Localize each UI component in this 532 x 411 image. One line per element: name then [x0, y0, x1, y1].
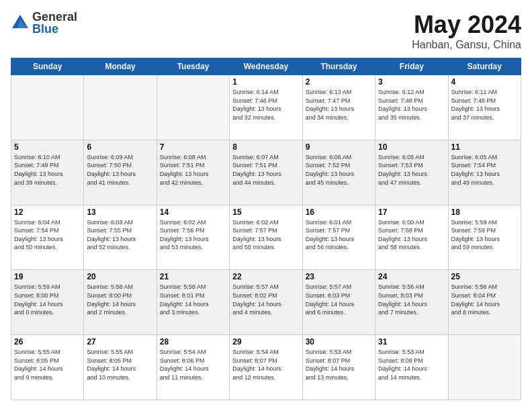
- day-number: 23: [306, 272, 372, 281]
- day-info: Sunrise: 5:55 AM Sunset: 8:05 PM Dayligh…: [87, 348, 153, 381]
- calendar-week-5: 26Sunrise: 5:55 AM Sunset: 8:05 PM Dayli…: [11, 335, 521, 400]
- calendar-cell: 13Sunrise: 6:03 AM Sunset: 7:55 PM Dayli…: [84, 205, 157, 270]
- title-block: May 2024 Hanban, Gansu, China: [412, 11, 521, 51]
- day-info: Sunrise: 6:07 AM Sunset: 7:51 PM Dayligh…: [232, 153, 299, 187]
- day-info: Sunrise: 6:12 AM Sunset: 7:48 PM Dayligh…: [378, 88, 445, 122]
- day-info: Sunrise: 6:06 AM Sunset: 7:52 PM Dayligh…: [306, 153, 372, 187]
- day-number: 30: [306, 337, 372, 347]
- calendar-cell: [448, 335, 521, 400]
- calendar-cell: 8Sunrise: 6:07 AM Sunset: 7:51 PM Daylig…: [230, 140, 302, 205]
- logo-text: General Blue: [32, 11, 77, 35]
- calendar-cell: [11, 75, 84, 140]
- calendar-body: 1Sunrise: 6:14 AM Sunset: 7:46 PM Daylig…: [11, 75, 521, 400]
- calendar-cell: 23Sunrise: 5:57 AM Sunset: 8:03 PM Dayli…: [302, 270, 375, 335]
- header: General Blue May 2024 Hanban, Gansu, Chi…: [11, 11, 521, 51]
- day-info: Sunrise: 6:14 AM Sunset: 7:46 PM Dayligh…: [232, 88, 299, 122]
- day-number: 26: [14, 337, 81, 347]
- day-info: Sunrise: 6:10 AM Sunset: 7:49 PM Dayligh…: [14, 153, 81, 187]
- day-info: Sunrise: 5:56 AM Sunset: 8:04 PM Dayligh…: [451, 283, 518, 316]
- weekday-tuesday: Tuesday: [157, 58, 229, 75]
- day-number: 11: [451, 142, 518, 152]
- day-number: 12: [14, 208, 81, 217]
- logo: General Blue: [11, 11, 77, 35]
- calendar: SundayMondayTuesdayWednesdayThursdayFrid…: [11, 58, 521, 400]
- calendar-week-2: 5Sunrise: 6:10 AM Sunset: 7:49 PM Daylig…: [11, 140, 521, 205]
- calendar-cell: 31Sunrise: 5:53 AM Sunset: 8:08 PM Dayli…: [375, 335, 448, 400]
- calendar-cell: 12Sunrise: 6:04 AM Sunset: 7:54 PM Dayli…: [11, 205, 84, 270]
- day-number: 10: [378, 142, 445, 152]
- day-info: Sunrise: 6:05 AM Sunset: 7:53 PM Dayligh…: [378, 153, 445, 187]
- day-info: Sunrise: 5:53 AM Sunset: 8:08 PM Dayligh…: [378, 348, 445, 381]
- weekday-sunday: Sunday: [11, 58, 84, 75]
- logo-blue: Blue: [32, 23, 77, 35]
- day-number: 19: [14, 272, 81, 281]
- day-number: 20: [87, 272, 153, 281]
- day-info: Sunrise: 6:09 AM Sunset: 7:50 PM Dayligh…: [87, 153, 153, 187]
- calendar-cell: 4Sunrise: 6:11 AM Sunset: 7:48 PM Daylig…: [448, 75, 521, 140]
- day-number: 4: [451, 77, 518, 87]
- day-info: Sunrise: 5:58 AM Sunset: 8:01 PM Dayligh…: [160, 283, 226, 316]
- logo-icon: [11, 13, 30, 32]
- calendar-cell: 20Sunrise: 5:58 AM Sunset: 8:00 PM Dayli…: [84, 270, 157, 335]
- calendar-cell: [84, 75, 157, 140]
- day-number: 27: [87, 337, 153, 347]
- calendar-cell: 28Sunrise: 5:54 AM Sunset: 8:06 PM Dayli…: [157, 335, 229, 400]
- day-info: Sunrise: 5:54 AM Sunset: 8:07 PM Dayligh…: [232, 348, 299, 381]
- day-number: 28: [160, 337, 226, 347]
- day-info: Sunrise: 6:11 AM Sunset: 7:48 PM Dayligh…: [451, 88, 518, 122]
- day-number: 8: [232, 142, 299, 152]
- day-number: 3: [378, 77, 445, 87]
- day-number: 6: [87, 142, 153, 152]
- calendar-cell: 10Sunrise: 6:05 AM Sunset: 7:53 PM Dayli…: [375, 140, 448, 205]
- calendar-cell: 9Sunrise: 6:06 AM Sunset: 7:52 PM Daylig…: [302, 140, 375, 205]
- day-info: Sunrise: 5:59 AM Sunset: 8:00 PM Dayligh…: [14, 283, 81, 316]
- day-number: 13: [87, 208, 153, 217]
- calendar-cell: 29Sunrise: 5:54 AM Sunset: 8:07 PM Dayli…: [230, 335, 302, 400]
- day-number: 1: [232, 77, 299, 87]
- day-number: 5: [14, 142, 81, 152]
- calendar-cell: 26Sunrise: 5:55 AM Sunset: 8:05 PM Dayli…: [11, 335, 84, 400]
- day-number: 21: [160, 272, 226, 281]
- calendar-week-4: 19Sunrise: 5:59 AM Sunset: 8:00 PM Dayli…: [11, 270, 521, 335]
- calendar-cell: 2Sunrise: 6:13 AM Sunset: 7:47 PM Daylig…: [302, 75, 375, 140]
- day-number: 9: [306, 142, 372, 152]
- day-info: Sunrise: 5:55 AM Sunset: 8:05 PM Dayligh…: [14, 348, 81, 381]
- day-number: 18: [451, 208, 518, 217]
- calendar-week-1: 1Sunrise: 6:14 AM Sunset: 7:46 PM Daylig…: [11, 75, 521, 140]
- calendar-cell: [157, 75, 229, 140]
- calendar-cell: 17Sunrise: 6:00 AM Sunset: 7:58 PM Dayli…: [375, 205, 448, 270]
- page: General Blue May 2024 Hanban, Gansu, Chi…: [0, 0, 532, 411]
- day-info: Sunrise: 5:54 AM Sunset: 8:06 PM Dayligh…: [160, 348, 226, 381]
- calendar-cell: 16Sunrise: 6:01 AM Sunset: 7:57 PM Dayli…: [302, 205, 375, 270]
- day-number: 2: [306, 77, 372, 87]
- weekday-monday: Monday: [84, 58, 157, 75]
- weekday-friday: Friday: [375, 58, 448, 75]
- day-number: 17: [378, 208, 445, 217]
- calendar-cell: 3Sunrise: 6:12 AM Sunset: 7:48 PM Daylig…: [375, 75, 448, 140]
- day-info: Sunrise: 6:02 AM Sunset: 7:56 PM Dayligh…: [160, 218, 226, 252]
- calendar-cell: 11Sunrise: 6:05 AM Sunset: 7:54 PM Dayli…: [448, 140, 521, 205]
- day-info: Sunrise: 5:59 AM Sunset: 7:59 PM Dayligh…: [451, 218, 518, 252]
- day-info: Sunrise: 6:00 AM Sunset: 7:58 PM Dayligh…: [378, 218, 445, 252]
- calendar-cell: 22Sunrise: 5:57 AM Sunset: 8:02 PM Dayli…: [230, 270, 302, 335]
- calendar-cell: 6Sunrise: 6:09 AM Sunset: 7:50 PM Daylig…: [84, 140, 157, 205]
- day-info: Sunrise: 5:53 AM Sunset: 8:07 PM Dayligh…: [306, 348, 372, 381]
- weekday-thursday: Thursday: [302, 58, 375, 75]
- day-number: 14: [160, 208, 226, 217]
- day-info: Sunrise: 6:01 AM Sunset: 7:57 PM Dayligh…: [306, 218, 372, 252]
- day-info: Sunrise: 6:13 AM Sunset: 7:47 PM Dayligh…: [306, 88, 372, 122]
- day-number: 25: [451, 272, 518, 281]
- weekday-wednesday: Wednesday: [230, 58, 302, 75]
- logo-general: General: [32, 11, 77, 23]
- month-title: May 2024: [412, 11, 521, 39]
- day-info: Sunrise: 6:05 AM Sunset: 7:54 PM Dayligh…: [451, 153, 518, 187]
- day-info: Sunrise: 6:03 AM Sunset: 7:55 PM Dayligh…: [87, 218, 153, 252]
- weekday-saturday: Saturday: [448, 58, 521, 75]
- calendar-cell: 14Sunrise: 6:02 AM Sunset: 7:56 PM Dayli…: [157, 205, 229, 270]
- day-info: Sunrise: 5:56 AM Sunset: 8:03 PM Dayligh…: [378, 283, 445, 316]
- day-number: 24: [378, 272, 445, 281]
- day-number: 31: [378, 337, 445, 347]
- day-number: 22: [232, 272, 299, 281]
- day-number: 7: [160, 142, 226, 152]
- calendar-cell: 18Sunrise: 5:59 AM Sunset: 7:59 PM Dayli…: [448, 205, 521, 270]
